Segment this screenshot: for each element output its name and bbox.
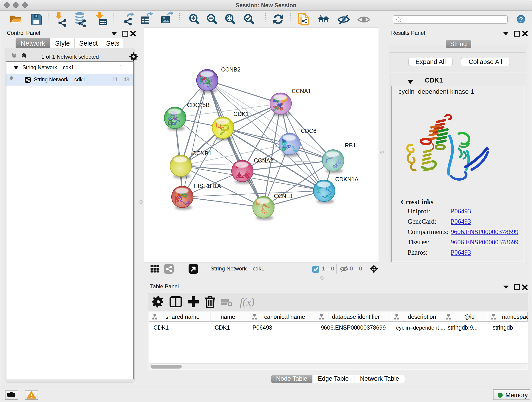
svg-text:@id: @id xyxy=(464,313,475,320)
svg-text:1 – 0: 1 – 0 xyxy=(322,265,334,272)
svg-text:CDC25B: CDC25B xyxy=(187,102,210,108)
svg-text:CDC6: CDC6 xyxy=(301,128,317,134)
svg-text:HIST1H1A: HIST1H1A xyxy=(194,183,221,189)
svg-text:CCNA1: CCNA1 xyxy=(292,88,311,94)
svg-text:?: ? xyxy=(519,16,523,23)
svg-text:name: name xyxy=(221,313,235,320)
svg-text:f(x): f(x) xyxy=(240,296,254,308)
svg-text:CDKN1A: CDKN1A xyxy=(335,176,359,182)
svg-text:database identifier: database identifier xyxy=(332,313,380,320)
svg-text:CDK1: CDK1 xyxy=(234,111,249,117)
svg-text:CCNE1: CCNE1 xyxy=(274,193,293,199)
svg-text:CCNB2: CCNB2 xyxy=(221,66,241,73)
svg-text:RB1: RB1 xyxy=(345,142,356,148)
svg-text:description: description xyxy=(408,313,436,320)
svg-text:0 – 0: 0 – 0 xyxy=(350,265,362,272)
svg-text:CCNA2: CCNA2 xyxy=(254,157,273,164)
svg-text:String Network – cdk1: String Network – cdk1 xyxy=(210,265,264,272)
svg-text:namespac: namespac xyxy=(502,313,528,320)
svg-text:canonical name: canonical name xyxy=(264,313,305,320)
svg-text:shared name: shared name xyxy=(165,313,200,320)
svg-text:CCNB1: CCNB1 xyxy=(192,150,212,157)
